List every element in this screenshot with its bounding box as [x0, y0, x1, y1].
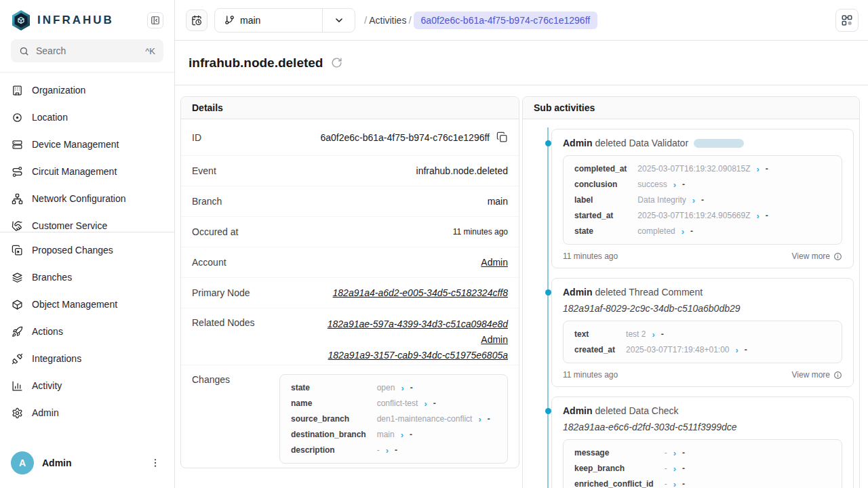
activity-card-title: Admin deleted Thread Comment: [563, 287, 842, 298]
sidebar-item-device-management[interactable]: Device Management: [0, 131, 174, 158]
handshake-icon: [12, 220, 23, 232]
content-area: Details ID 6a0f2e6c-b61a-4f75-b974-c76c1…: [175, 85, 868, 488]
search-section: Search ^K: [0, 38, 174, 73]
activity-card-footer: 11 minutes ago View more: [563, 251, 842, 261]
breadcrumb: / Activities / 6a0f2e6c-b61a-4f75-b974-c…: [362, 12, 597, 29]
main-area: main / Activities / 6a0f2e6c-b61a-4f75-b…: [175, 0, 868, 488]
activity-actor: Admin: [563, 405, 593, 416]
chevron-right-icon: ›: [386, 446, 389, 455]
primary-node-link[interactable]: 182a91a4-a6d2-e005-34d5-c5182324cff8: [333, 287, 508, 298]
sidebar-item-organization[interactable]: Organization: [0, 77, 174, 104]
sidebar-collapse-button[interactable]: [147, 12, 163, 28]
activity-card-title: Admin deleted Data Check: [563, 405, 842, 416]
chevron-down-icon: [334, 15, 344, 26]
activity-card-title: Admin deleted Data Validator: [563, 138, 842, 148]
avatar: A: [11, 451, 34, 474]
prop-previous: 2025-03-07T16:19:24.905669Z: [637, 211, 750, 220]
search-input[interactable]: Search ^K: [11, 39, 163, 62]
account-link[interactable]: Admin: [481, 257, 508, 268]
activity-actor: Admin: [563, 138, 593, 148]
network-icon: [12, 193, 23, 205]
prop-previous: -: [665, 464, 667, 473]
activity-action: deleted Thread Comment: [595, 287, 703, 298]
sidebar-item-location[interactable]: Location: [0, 104, 174, 131]
detail-row-branch: Branch main: [181, 186, 519, 217]
page-title-bar: infrahub.node.deleted: [175, 41, 868, 85]
detail-branch-value: main: [488, 196, 508, 207]
activity-card-footer: 11 minutes ago View more: [563, 370, 842, 380]
related-node-link[interactable]: Admin: [481, 334, 508, 345]
prop-current: -: [661, 329, 664, 339]
activity-actor: Admin: [563, 287, 593, 298]
search-placeholder: Search: [36, 45, 66, 56]
detail-row-id: ID 6a0f2e6c-b61a-4f75-b974-c76c1e1296ff: [181, 119, 519, 156]
locate-icon: [12, 112, 23, 123]
branch-selector[interactable]: main: [214, 8, 355, 33]
git-branch-icon: [224, 15, 235, 25]
infrahub-logo-icon: [11, 9, 31, 31]
prop-name: enriched_conflict_id: [574, 479, 654, 488]
view-more-button[interactable]: View more: [792, 251, 842, 261]
schema-button[interactable]: [835, 9, 859, 32]
user-menu-button[interactable]: [147, 455, 163, 471]
sidebar-item-network-configuration[interactable]: Network Configuration: [0, 185, 174, 212]
sidebar-item-activity[interactable]: Activity: [0, 372, 174, 399]
sidebar-item-label: Integrations: [32, 353, 81, 364]
building-icon: [12, 85, 23, 96]
breadcrumb-separator: /: [406, 14, 413, 26]
sidebar-user: A Admin: [0, 442, 174, 488]
sidebar-item-object-management[interactable]: Object Management: [0, 291, 174, 318]
layers-icon: [12, 272, 23, 283]
prop-name: description: [291, 445, 366, 455]
chevron-right-icon: ›: [401, 384, 403, 392]
prop-name: text: [574, 329, 615, 339]
prop-name: keep_branch: [574, 464, 654, 473]
logo-wordmark: INFRAHUB: [37, 14, 114, 27]
prop-current: -: [690, 226, 693, 236]
prop-name: source_branch: [291, 414, 366, 424]
sidebar-item-proposed-changes[interactable]: Proposed Changes: [0, 237, 174, 264]
view-more-button[interactable]: View more: [792, 370, 842, 380]
prop-previous: -: [665, 479, 667, 488]
rocket-icon: [12, 326, 23, 338]
prop-previous: test 2: [626, 329, 646, 339]
related-node-link[interactable]: 182a91ae-597a-4399-34d3-c51ca0984e8d: [328, 319, 508, 329]
view-more-label: View more: [792, 370, 830, 380]
prop-name: started_at: [574, 211, 627, 220]
chevron-right-icon: ›: [424, 399, 427, 408]
copy-docs-icon: [12, 245, 23, 256]
copy-id-button[interactable]: [496, 131, 508, 143]
prop-name: message: [574, 448, 654, 458]
gear-icon: [12, 407, 23, 419]
refresh-button[interactable]: [331, 57, 342, 68]
prop-previous: main: [377, 430, 395, 439]
prop-current: -: [410, 430, 412, 439]
related-node-link[interactable]: 182a91a9-3157-cab9-34dc-c51975e6805a: [328, 350, 508, 361]
sidebar-item-label: Activity: [32, 380, 62, 391]
prop-current: -: [488, 414, 490, 424]
sidebar-item-circuit-management[interactable]: Circuit Management: [0, 158, 174, 185]
prop-current: -: [682, 448, 685, 458]
activity-props-box: text test 2›- created_at 2025-03-07T17:1…: [563, 321, 842, 363]
detail-label: Event: [192, 165, 216, 176]
sidebar: INFRAHUB Search ^K Organization: [0, 0, 175, 488]
sidebar-item-admin[interactable]: Admin: [0, 399, 174, 426]
time-travel-button[interactable]: [186, 9, 208, 31]
sidebar-item-label: Proposed Changes: [32, 245, 113, 256]
chevron-right-icon: ›: [692, 196, 695, 205]
sub-activities-title: Sub activities: [523, 97, 859, 119]
detail-label: Primary Node: [192, 287, 250, 298]
infrahub-logo[interactable]: INFRAHUB: [11, 9, 114, 31]
sidebar-item-integrations[interactable]: Integrations: [0, 345, 174, 372]
breadcrumb-activities-link[interactable]: Activities: [369, 15, 406, 26]
sidebar-item-actions[interactable]: Actions: [0, 318, 174, 345]
prop-previous: 2025-03-07T17:19:48+01:00: [626, 345, 729, 354]
sidebar-item-branches[interactable]: Branches: [0, 264, 174, 291]
activity-props-box: message -›- keep_branch -›- enriched_con…: [563, 439, 842, 488]
view-more-label: View more: [792, 251, 830, 261]
cube-icon: [12, 299, 23, 310]
breadcrumb-current-id[interactable]: 6a0f2e6c-b61a-4f75-b974-c76c1e1296ff: [414, 12, 598, 29]
detail-label: Occured at: [192, 226, 238, 237]
branch-selector-caret[interactable]: [322, 9, 355, 32]
sidebar-item-customer-service[interactable]: Customer Service: [0, 212, 174, 232]
